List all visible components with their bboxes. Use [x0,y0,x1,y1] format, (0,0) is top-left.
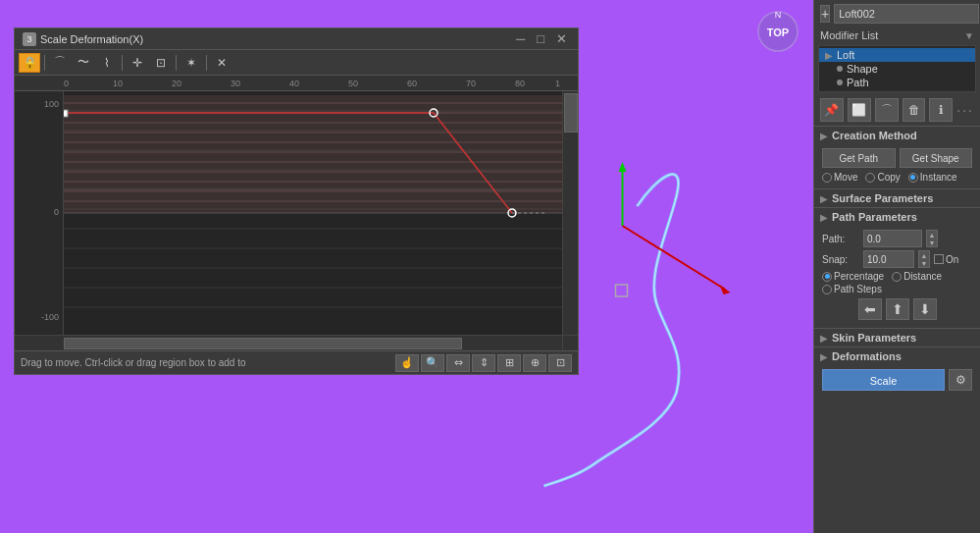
move-point-button[interactable]: ✛ [127,53,148,73]
ruler-tick-80: 80 [515,79,525,88]
add-modifier-button[interactable]: + [820,5,830,23]
scale-statusbar: Drag to move. Ctrl-click or drag region … [15,350,578,374]
creation-method-label: Creation Method [832,130,917,141]
horizontal-scrollbar[interactable] [15,335,578,350]
modifier-tree: ▶ Loft Shape Path [818,45,976,92]
path-parameters-arrow: ▶ [820,212,828,223]
delete-modifier-button[interactable]: 🗑 [903,98,926,122]
linear-button[interactable]: ⌇ [96,53,118,73]
scale-titlebar: 3 Scale Deformation(X) ─ □ ✕ [15,28,578,50]
path-down-button[interactable]: ⬇ [913,298,937,320]
scale-deform-button[interactable]: Scale [822,369,945,391]
add-point-button[interactable]: ✶ [181,53,202,73]
snap-value-input[interactable] [863,250,914,268]
curve2-button[interactable]: 〜 [73,53,94,73]
y-label-100: 100 [44,99,59,109]
creation-method-section-header[interactable]: ▶ Creation Method [814,126,980,144]
get-shape-button[interactable]: Get Shape [900,148,973,168]
more-dots[interactable]: ··· [956,102,974,118]
minimize-button[interactable]: ─ [513,31,528,46]
snap-spin-down[interactable]: ▼ [919,259,929,267]
maximize-button[interactable]: □ [534,31,547,46]
path-value-input[interactable] [863,230,922,247]
title-icon: 3 [23,32,36,46]
move-radio[interactable]: Move [822,172,857,183]
deformations-label: Deformations [832,350,902,362]
instance-radio[interactable]: Instance [908,172,957,183]
surface-parameters-arrow: ▶ [820,193,828,204]
surface-parameters-section-header[interactable]: ▶ Surface Parameters [814,188,980,207]
info-button[interactable]: ℹ [929,98,953,122]
creation-radio-row: Move Copy Instance [822,172,972,183]
configure-button[interactable]: ⬜ [848,98,871,122]
pin-button[interactable]: 📌 [820,98,844,122]
separator-3 [176,55,177,71]
separator-4 [206,55,207,71]
path-up-button[interactable]: ⬆ [886,298,909,320]
graph-grid [64,91,562,335]
spin-up[interactable]: ▲ [927,231,937,239]
skin-parameters-section-header[interactable]: ▶ Skin Parameters [814,328,980,346]
fit-all-button[interactable]: ⊡ [548,354,572,372]
on-checkbox[interactable]: On [934,254,958,265]
curve1-button[interactable]: ⌒ [49,53,71,73]
path-type-radio-row: Percentage Distance [822,271,972,282]
scale-title: 3 Scale Deformation(X) [23,32,143,46]
path-parameters-label: Path Parameters [832,211,917,223]
copy-radio-label: Copy [877,172,900,183]
graph-area[interactable]: 100 0 -100 [15,91,578,335]
fit-button[interactable]: ⊞ [497,354,521,372]
pan-h-button[interactable]: ⇔ [446,354,470,372]
spin-down[interactable]: ▼ [927,239,937,246]
tree-item-loft[interactable]: ▶ Loft [819,48,975,62]
distance-radio[interactable]: Distance [892,271,942,282]
delete-point-button[interactable]: ✕ [211,53,232,73]
ruler-tick-50: 50 [348,79,358,88]
y-axis: 100 0 -100 [15,91,64,335]
path-steps-radio-row: Path Steps [822,284,972,294]
percentage-radio-label: Percentage [834,271,884,282]
scale-graph: 0 10 20 30 40 50 60 70 80 1 100 0 -100 [15,76,578,350]
path-steps-radio[interactable]: Path Steps [822,284,882,294]
percentage-radio-circle [822,272,832,282]
curve-button[interactable]: ⌒ [875,98,899,122]
zoom-region-button[interactable]: ⊕ [523,354,546,372]
status-tools: ☝ 🔍 ⇔ ⇕ ⊞ ⊕ ⊡ [395,354,572,372]
path-nav-buttons: ⬅ ⬆ ⬇ [822,296,972,324]
path-value-spinner[interactable]: ▲ ▼ [926,230,938,247]
deformations-section-header[interactable]: ▶ Deformations [814,346,980,365]
creation-method-content: Get Path Get Shape Move Copy Instance [814,144,980,188]
percentage-radio[interactable]: Percentage [822,271,884,282]
snap-value-spinner[interactable]: ▲ ▼ [918,250,930,268]
window-controls: ─ □ ✕ [513,31,570,46]
close-button[interactable]: ✕ [553,31,570,46]
viewport: 3 Scale Deformation(X) ─ □ ✕ 🔒 ⌒ 〜 ⌇ ✛ ⊡… [0,0,813,533]
snap-spin-up[interactable]: ▲ [919,251,929,259]
svg-rect-37 [616,285,628,296]
path-value-row: Path: ▲ ▼ [822,230,972,247]
svg-marker-34 [619,162,627,172]
ruler-tick-20: 20 [172,79,181,88]
ruler-horizontal: 0 10 20 30 40 50 60 70 80 1 [15,76,578,91]
tree-item-path[interactable]: Path [819,76,975,89]
get-buttons-row: Get Path Get Shape [822,148,972,168]
lock-button[interactable]: 🔒 [19,53,40,73]
snap-param-label: Snap: [822,254,859,265]
tree-item-shape[interactable]: Shape [819,62,975,76]
pan-v-button[interactable]: ⇕ [472,354,495,372]
distance-radio-label: Distance [903,271,942,282]
modifier-list-arrow[interactable]: ▼ [964,30,974,41]
deform-icon-button[interactable]: ⚙ [949,369,972,391]
path-parameters-content: Path: ▲ ▼ Snap: ▲ ▼ On Percentage [814,226,980,328]
get-path-button[interactable]: Get Path [822,148,896,168]
path-parameters-section-header[interactable]: ▶ Path Parameters [814,207,980,226]
zoom-tool-button[interactable]: 🔍 [421,354,444,372]
path-steps-radio-circle [822,285,832,294]
deformations-arrow: ▶ [820,351,828,362]
hand-tool-button[interactable]: ☝ [395,354,419,372]
copy-radio[interactable]: Copy [865,172,900,183]
object-name-input[interactable] [834,4,979,24]
path-prev-button[interactable]: ⬅ [858,298,882,320]
scale-point-button[interactable]: ⊡ [150,53,172,73]
vertical-scrollbar[interactable] [562,91,578,335]
